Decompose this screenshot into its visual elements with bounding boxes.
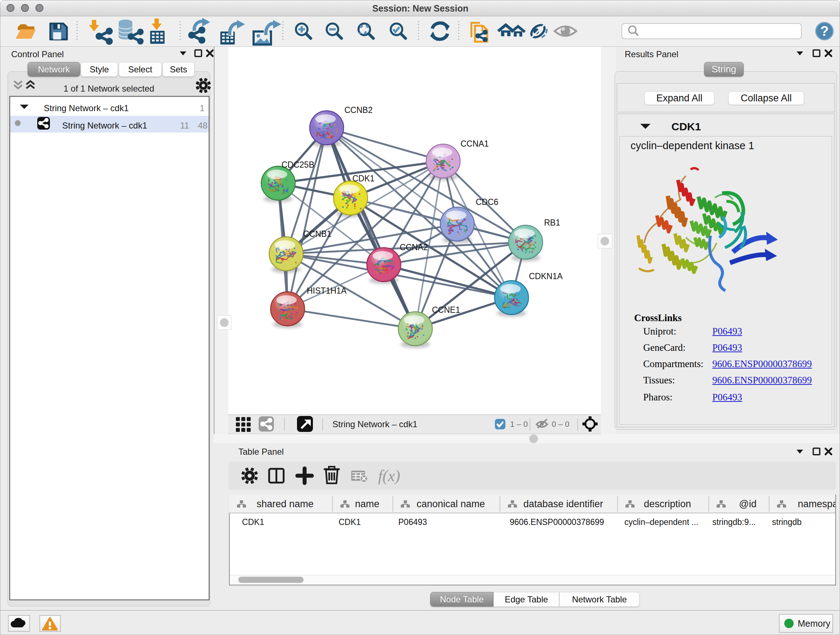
svg-text:String Network – cdk1: String Network – cdk1 (332, 419, 417, 429)
svg-text:CDC6: CDC6 (476, 197, 499, 207)
svg-text:@id: @id (739, 499, 756, 509)
svg-text:Memory: Memory (798, 618, 831, 629)
svg-text:f(x): f(x) (378, 467, 400, 485)
svg-text:canonical name: canonical name (416, 499, 485, 509)
svg-text:0 – 0: 0 – 0 (552, 420, 569, 429)
svg-text:CCNA1: CCNA1 (461, 139, 489, 149)
svg-text:CCNB1: CCNB1 (303, 229, 332, 239)
svg-text:RB1: RB1 (544, 218, 561, 227)
svg-text:CDKN1A: CDKN1A (529, 272, 563, 281)
svg-text:description: description (644, 499, 691, 509)
svg-text:CCNA2: CCNA2 (400, 242, 428, 252)
svg-text:?: ? (820, 24, 829, 39)
svg-text:CCNB2: CCNB2 (344, 105, 373, 115)
svg-text:CDK1: CDK1 (352, 174, 374, 183)
svg-text:CDC25B: CDC25B (281, 160, 314, 169)
svg-text:database identifier: database identifier (523, 499, 603, 509)
svg-text:shared name: shared name (256, 499, 314, 509)
svg-text:name: name (355, 499, 379, 509)
svg-text:HIST1H1A: HIST1H1A (307, 286, 347, 295)
svg-text:1 – 0: 1 – 0 (510, 420, 528, 429)
svg-text:CCNE1: CCNE1 (432, 305, 460, 315)
svg-text:namespace: namespace (798, 499, 835, 509)
